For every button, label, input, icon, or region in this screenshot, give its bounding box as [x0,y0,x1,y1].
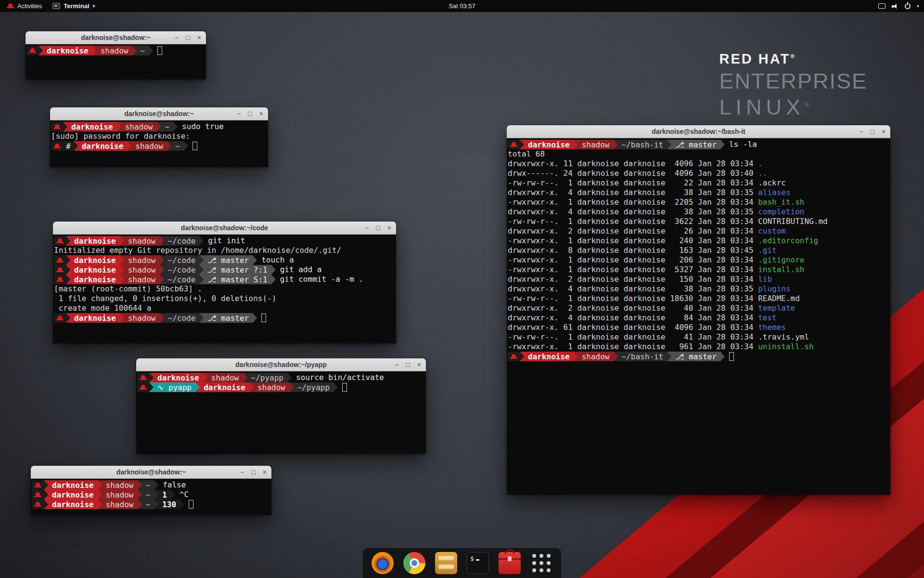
dock-toolbox-icon[interactable] [499,552,521,574]
terminal-content[interactable]: darknoiseshadow~/codegit initInitialized… [53,235,396,343]
redhat-prompt-icon [54,265,66,275]
powerline-separator [334,382,338,392]
terminal-line: darknoiseshadow~/code⎇ mastertouch a [54,255,395,265]
terminal-window[interactable]: darknoise@shadow:~/code−□×darknoiseshado… [53,222,396,343]
display-icon[interactable] [878,3,886,9]
powerline-separator [149,46,153,55]
terminal-line: -rwxrwxr-x. 1 darknoise darknoise 5327 J… [508,265,889,275]
output-text: create mode 100644 a [54,303,151,313]
window-controls: −□× [859,125,886,138]
terminal-window[interactable]: darknoise@shadow:~−□×darknoiseshadow~sud… [50,107,268,167]
terminal-window[interactable]: darknoise@shadow:~−□×darknoiseshadow~ [26,31,206,79]
terminal-window[interactable]: darknoise@shadow:~−□×darknoiseshadow~fal… [31,466,271,515]
close-button[interactable]: × [387,224,391,231]
powerline-separator [154,480,158,490]
system-menu-chevron-icon[interactable]: ▾ [917,3,919,9]
directory-name: .. [758,169,767,178]
window-titlebar[interactable]: darknoise@shadow:~/code−□× [53,222,396,235]
terminal-line: total 68 [508,149,889,159]
prompt-segment-code: 1 [158,490,171,499]
terminal-content[interactable]: darknoiseshadow~sudo true[sudo] password… [50,120,268,167]
minimize-button[interactable]: − [175,34,179,41]
terminal-line: -rwxrwxr-x. 1 darknoise darknoise 240 Ja… [508,236,889,246]
powerline-separator [66,236,70,246]
maximize-button[interactable]: □ [376,224,380,231]
window-titlebar[interactable]: darknoise@shadow:~/pyapp−□× [136,358,426,371]
maximize-button[interactable]: □ [406,361,410,368]
activities-button[interactable]: Activities [4,2,45,10]
prompt-segment-user: darknoise [78,141,128,151]
volume-icon[interactable] [892,3,898,9]
window-titlebar[interactable]: darknoise@shadow:~/bash-it−□× [507,125,890,138]
activities-label: Activities [17,2,42,10]
prompt-segment-git: ⎇ master [671,140,720,149]
dock-app-grid-icon[interactable] [530,552,552,574]
terminal-line: darknoiseshadow~/pyappsource bin/activat… [137,373,425,382]
clock[interactable]: Sat 03:57 [449,2,475,10]
output-text: [sudo] password for darknoise: [51,131,190,141]
system-status-area[interactable]: ▾ [878,3,919,9]
maximize-button[interactable]: □ [248,110,252,117]
powerline-separator [160,236,164,246]
terminal-window[interactable]: darknoise@shadow:~/bash-it−□×darknoisesh… [507,125,890,495]
minimize-button[interactable]: − [365,224,369,231]
dock-files-icon[interactable] [435,552,457,574]
minimize-button[interactable]: − [395,361,398,368]
terminal-line: -rw-rw-r--. 1 darknoise darknoise 22 Jan… [508,178,889,188]
maximize-button[interactable]: □ [870,128,874,135]
close-button[interactable]: × [263,469,267,475]
terminal-content[interactable]: darknoiseshadow~falsedarknoiseshadow~1^C… [31,479,271,515]
maximize-button[interactable]: □ [186,34,190,41]
powerline-separator [199,236,204,246]
dock-firefox-icon[interactable] [372,552,394,574]
powerline-separator [117,122,121,131]
terminal-line: darknoiseshadow~/code⎇ master S:1git com… [54,275,395,284]
executable-name: bash_it.sh [758,197,804,207]
powerline-separator [149,382,154,392]
window-titlebar[interactable]: darknoise@shadow:~−□× [31,466,271,479]
command-text: touch a [257,255,294,265]
maximize-button[interactable]: □ [251,469,255,475]
window-title: darknoise@shadow:~/pyapp [235,361,327,368]
minimize-button[interactable]: − [237,110,241,117]
output-text: drwxrwxr-x. 8 darknoise darknoise 163 Ja… [508,246,758,255]
redhat-prompt-icon [54,236,66,246]
close-button[interactable]: × [259,110,263,117]
prompt-segment-path: ~ [171,141,184,151]
powerline-separator [520,140,524,149]
minimize-button[interactable]: − [240,469,244,475]
prompt-segment-path: ~/bash-it [618,352,667,361]
close-button[interactable]: × [197,34,201,41]
powerline-separator [720,140,725,149]
terminal-content[interactable]: darknoiseshadow~/bash-it⎇ masterls -lato… [507,138,890,495]
dock: $ [363,548,561,578]
window-titlebar[interactable]: darknoise@shadow:~−□× [26,31,206,44]
terminal-window[interactable]: darknoise@shadow:~/pyapp−□×darknoiseshad… [136,358,426,454]
terminal-line: ∿ pyappdarknoiseshadow~/pyapp [137,382,425,392]
terminal-cursor [157,46,162,55]
terminal-line: darknoiseshadow~130 [32,499,270,509]
prompt-segment-path: ~ [142,499,154,509]
prompt-segment-venv: ∿ pyapp [154,382,195,392]
registered-mark: ® [805,102,813,108]
app-menu-button[interactable]: Terminal ▾ [52,2,95,10]
dock-chrome-icon[interactable] [403,552,425,574]
power-icon[interactable] [905,3,911,9]
dock-terminal-icon[interactable]: $ [467,552,489,574]
directory-name: plugins [758,284,790,294]
window-titlebar[interactable]: darknoise@shadow:~−□× [50,107,268,120]
terminal-line: darknoiseshadow~sudo true [51,122,267,131]
powerline-separator [74,141,78,151]
prompt-segment-path: ~/code [164,275,200,284]
close-button[interactable]: × [882,128,886,135]
minimize-button[interactable]: − [859,128,863,135]
powerline-separator [160,255,164,265]
powerline-separator [138,499,142,509]
close-button[interactable]: × [417,361,421,368]
terminal-line: Initialized empty Git repository in /hom… [54,246,395,255]
command-text: git commit -a -m . [276,275,363,284]
directory-name: template [758,303,795,313]
terminal-content[interactable]: darknoiseshadow~ [26,44,206,79]
powerline-separator [138,480,142,490]
terminal-content[interactable]: darknoiseshadow~/pyappsource bin/activat… [136,371,426,454]
